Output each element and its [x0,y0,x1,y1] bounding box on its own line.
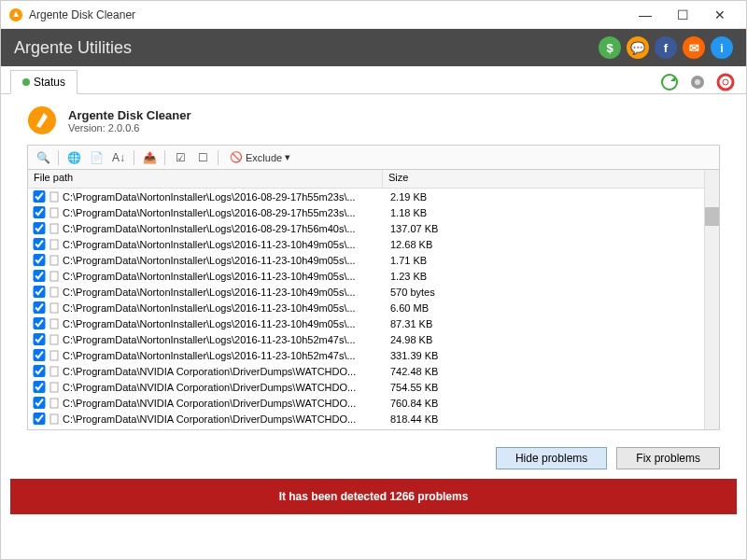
row-size: 1.23 KB [385,271,427,282]
row-size: 754.55 KB [385,382,438,393]
settings-button[interactable] [686,71,709,93]
results-list: File path Size C:\ProgramData\NortonInst… [27,169,720,430]
separator [218,150,218,165]
row-checkbox[interactable] [33,365,46,377]
close-button[interactable]: ✕ [701,2,739,28]
svg-rect-20 [50,399,58,408]
column-size[interactable]: Size [383,170,495,188]
check-all-button[interactable]: ☑ [171,148,190,167]
nav-button[interactable]: 🌐 [64,148,83,167]
fix-problems-button[interactable]: Fix problems [616,447,720,469]
facebook-button[interactable]: f [655,36,677,59]
svg-rect-9 [50,224,58,233]
table-row[interactable]: C:\ProgramData\NVIDIA Corporation\Driver… [28,363,704,379]
row-checkbox[interactable] [33,333,46,345]
copy-icon: 📄 [90,151,104,164]
table-row[interactable]: C:\ProgramData\NortonInstaller\Logs\2016… [28,300,704,315]
row-path: C:\ProgramData\NortonInstaller\Logs\2016… [63,287,385,298]
row-checkbox[interactable] [33,349,46,361]
table-row[interactable]: C:\ProgramData\NortonInstaller\Logs\2016… [28,268,704,284]
sort-button[interactable]: A↓ [109,148,128,167]
row-checkbox[interactable] [33,238,46,250]
maximize-button[interactable]: ☐ [664,2,701,28]
file-icon [49,398,60,409]
help-button[interactable] [714,71,737,93]
uncheck-all-button[interactable]: ☐ [193,148,212,167]
copy-button[interactable]: 📄 [87,148,106,167]
export-icon: 📤 [143,151,157,164]
row-checkbox[interactable] [33,317,46,329]
refresh-button[interactable] [658,71,681,93]
row-checkbox[interactable] [33,381,46,393]
table-row[interactable]: C:\ProgramData\NVIDIA Corporation\Driver… [28,379,704,395]
row-size: 24.98 KB [385,334,432,345]
table-row[interactable]: C:\ProgramData\NortonInstaller\Logs\2016… [28,204,704,220]
row-checkbox[interactable] [33,413,46,425]
row-checkbox[interactable] [33,397,46,409]
donate-button[interactable]: $ [599,36,621,59]
row-size: 570 bytes [385,287,435,298]
file-icon [49,318,60,329]
row-path: C:\ProgramData\NortonInstaller\Logs\2016… [63,318,385,329]
svg-rect-16 [50,335,58,344]
exclude-label: Exclude [246,152,282,163]
table-row[interactable]: C:\ProgramData\NortonInstaller\Logs\2016… [28,236,704,252]
row-path: C:\ProgramData\NortonInstaller\Logs\2016… [63,271,385,282]
column-path[interactable]: File path [28,170,383,188]
app-icon [8,7,23,22]
row-checkbox[interactable] [33,206,46,218]
row-path: C:\ProgramData\NortonInstaller\Logs\2016… [63,223,385,234]
hide-problems-button[interactable]: Hide problems [496,447,607,469]
list-toolbar: 🔍 🌐 📄 A↓ 📤 ☑ ☐ 🚫 Exclude ▾ [27,145,720,169]
table-row[interactable]: C:\ProgramData\NortonInstaller\Logs\2016… [28,220,704,236]
exclude-icon: 🚫 [230,151,243,163]
table-row[interactable]: C:\ProgramData\NVIDIA Corporation\Driver… [28,411,704,427]
app-name: Argente Disk Cleaner [68,108,191,122]
scrollbar-thumb[interactable] [705,207,719,226]
row-checkbox[interactable] [33,286,46,298]
table-row[interactable]: C:\ProgramData\NortonInstaller\Logs\2016… [28,315,704,331]
row-size: 1.71 KB [385,255,427,266]
app-header: Argente Disk Cleaner Version: 2.0.0.6 [27,105,720,135]
status-message: It has been detected 1266 problems [279,490,469,503]
table-row[interactable]: C:\ProgramData\NortonInstaller\Logs\2016… [28,347,704,363]
action-buttons: Hide problems Fix problems [1,438,746,479]
row-checkbox[interactable] [33,301,46,314]
row-path: C:\ProgramData\NortonInstaller\Logs\2016… [63,191,385,203]
info-button[interactable]: i [711,36,733,59]
tabs-row: Status [1,66,746,94]
svg-rect-19 [50,383,58,392]
table-row[interactable]: C:\ProgramData\NVIDIA Corporation\Driver… [28,395,704,411]
file-icon [49,287,60,298]
row-path: C:\ProgramData\NortonInstaller\Logs\2016… [63,255,385,266]
chat-button[interactable]: 💬 [627,36,649,59]
list-header: File path Size [28,170,704,189]
row-checkbox[interactable] [33,254,46,266]
gear-icon [688,73,707,91]
svg-rect-7 [50,192,58,202]
file-icon [49,334,60,345]
row-path: C:\ProgramData\NortonInstaller\Logs\2016… [63,334,385,345]
row-checkbox[interactable] [33,190,46,203]
row-checkbox[interactable] [33,270,46,282]
exclude-dropdown[interactable]: 🚫 Exclude ▾ [224,149,296,165]
sort-icon: A↓ [112,151,125,164]
minimize-button[interactable]: — [627,2,664,28]
tab-status[interactable]: Status [10,70,78,94]
row-size: 760.84 KB [385,398,438,409]
row-checkbox[interactable] [33,222,46,234]
row-size: 742.48 KB [385,366,438,377]
header-bar: Argente Utilities $ 💬 f ✉ i [1,29,746,66]
tab-label: Status [34,76,65,89]
checkbox-checked-icon: ☑ [176,151,186,164]
row-size: 331.39 KB [385,350,438,361]
table-row[interactable]: C:\ProgramData\NortonInstaller\Logs\2016… [28,284,704,300]
scrollbar[interactable] [704,170,719,429]
export-button[interactable]: 📤 [140,148,159,167]
table-row[interactable]: C:\ProgramData\NortonInstaller\Logs\2016… [28,331,704,347]
table-row[interactable]: C:\ProgramData\NortonInstaller\Logs\2016… [28,252,704,268]
search-button[interactable]: 🔍 [34,148,52,167]
mail-button[interactable]: ✉ [683,36,705,59]
row-path: C:\ProgramData\NVIDIA Corporation\Driver… [63,398,385,409]
table-row[interactable]: C:\ProgramData\NortonInstaller\Logs\2016… [28,189,704,204]
